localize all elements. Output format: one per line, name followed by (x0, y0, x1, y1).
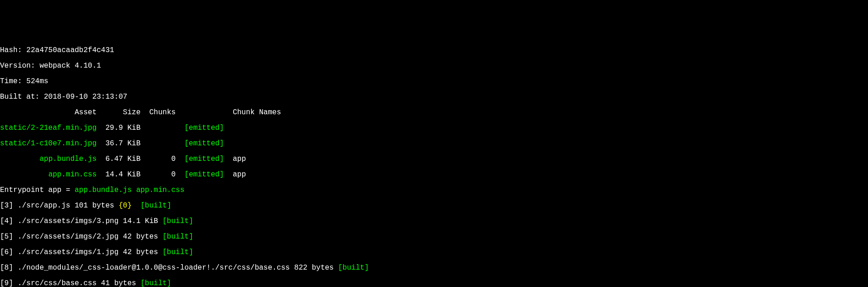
asset-size: 29.9 KiB (105, 124, 140, 132)
module-idx: [6] (0, 248, 17, 256)
version-value: webpack 4.10.1 (39, 62, 101, 70)
column-header: Asset Size Chunks Chunk Names (0, 109, 868, 117)
module-path: ./src/assets/imgs/1.jpg 42 bytes (17, 248, 162, 256)
version-line: Version: webpack 4.10.1 (0, 62, 868, 70)
asset-emitted: [emitted] (184, 170, 224, 179)
asset-row: static/1-c10e7.min.jpg 36.7 KiB [emitted… (0, 140, 868, 148)
asset-size: 14.4 KiB (105, 170, 140, 179)
module-path: ./src/assets/imgs/2.jpg 42 bytes (17, 233, 162, 241)
asset-name: app.bundle.js (39, 155, 96, 163)
entrypoint-files: app.bundle.js app.min.css (75, 186, 184, 194)
asset-emitted: [emitted] (184, 139, 224, 148)
asset-chunkname: app (233, 170, 246, 179)
time-label: Time: (0, 77, 27, 85)
module-status: [built] (162, 248, 193, 256)
module-status: [built] (338, 264, 369, 272)
module-row: [6] ./src/assets/imgs/1.jpg 42 bytes [bu… (0, 249, 868, 256)
terminal-output: Hash: 22a4750acaadb2f4c431 Version: webp… (0, 39, 868, 287)
asset-chunk: 0 (171, 170, 176, 179)
asset-emitted: [emitted] (184, 124, 224, 132)
entrypoint-line: Entrypoint app = app.bundle.js app.min.c… (0, 186, 868, 194)
asset-chunkname: app (233, 155, 246, 163)
module-status: [built] (140, 279, 171, 287)
module-idx: [3] (0, 202, 17, 210)
entrypoint-prefix: Entrypoint app = (0, 186, 75, 194)
module-path: ./node_modules/_css-loader@1.0.0@css-loa… (17, 264, 338, 272)
col-chunks: Chunks (149, 108, 176, 117)
module-path: ./src/assets/imgs/3.png 14.1 KiB (17, 217, 162, 225)
module-path: ./src/app.js 101 bytes (17, 202, 118, 210)
col-chunk-names: Chunk Names (233, 108, 281, 117)
module-chunk: {0} (118, 202, 132, 210)
hash-label: Hash: (0, 46, 27, 54)
module-idx: [8] (0, 264, 17, 272)
asset-size: 36.7 KiB (105, 139, 140, 148)
asset-row: static/2-21eaf.min.jpg 29.9 KiB [emitted… (0, 124, 868, 132)
hash-line: Hash: 22a4750acaadb2f4c431 (0, 47, 868, 54)
sp (132, 202, 140, 210)
asset-name: app.min.css (48, 170, 97, 179)
module-row: [5] ./src/assets/imgs/2.jpg 42 bytes [bu… (0, 233, 868, 241)
asset-size: 6.47 KiB (105, 155, 140, 163)
built-label: Built at: (0, 93, 44, 101)
asset-row: app.min.css 14.4 KiB 0 [emitted] app (0, 171, 868, 179)
module-row: [3] ./src/app.js 101 bytes {0} [built] (0, 202, 868, 210)
asset-chunk: 0 (171, 155, 176, 163)
module-idx: [9] (0, 279, 17, 287)
module-path: ./src/css/base.css 41 bytes (17, 279, 140, 287)
col-size: Size (123, 108, 140, 117)
built-line: Built at: 2018-09-10 23:13:07 (0, 93, 868, 101)
version-label: Version: (0, 62, 39, 70)
module-status: [built] (162, 217, 193, 225)
module-idx: [5] (0, 233, 17, 241)
built-value: 2018-09-10 23:13:07 (44, 93, 127, 101)
time-line: Time: 524ms (0, 78, 868, 85)
time-value: 524ms (27, 77, 48, 85)
asset-emitted: [emitted] (184, 155, 224, 163)
module-status: [built] (162, 233, 193, 241)
col-asset: Asset (75, 108, 96, 117)
module-row: [9] ./src/css/base.css 41 bytes [built] (0, 280, 868, 287)
hash-value: 22a4750acaadb2f4c431 (27, 46, 114, 54)
asset-name: static/1-c10e7.min.jpg (0, 139, 96, 148)
asset-name: static/2-21eaf.min.jpg (0, 124, 96, 132)
module-idx: [4] (0, 217, 17, 225)
module-status: [built] (140, 202, 171, 210)
module-row: [4] ./src/assets/imgs/3.png 14.1 KiB [bu… (0, 218, 868, 225)
module-row: [8] ./node_modules/_css-loader@1.0.0@css… (0, 264, 868, 272)
asset-row: app.bundle.js 6.47 KiB 0 [emitted] app (0, 155, 868, 163)
